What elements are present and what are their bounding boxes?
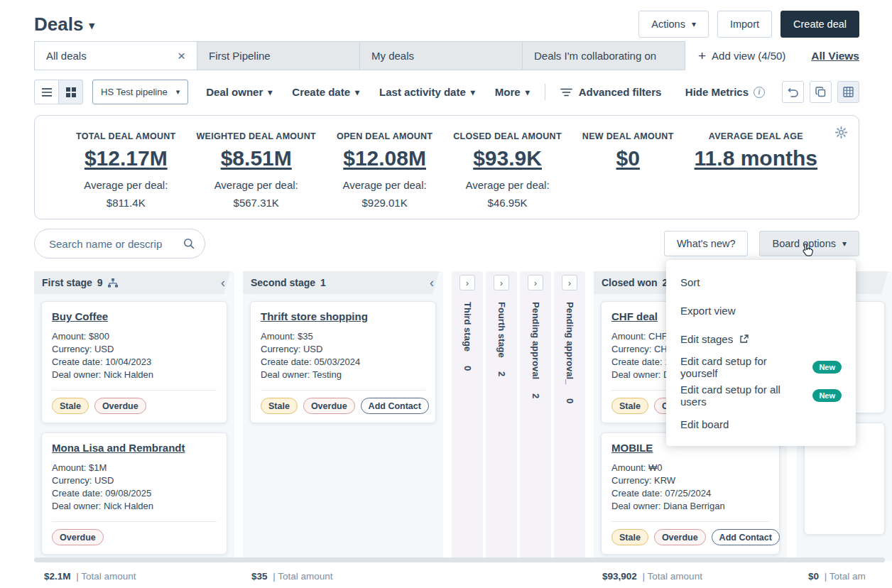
filter-create-date[interactable]: Create date ▾ bbox=[292, 86, 359, 98]
column-total: $2.1M | Total amount bbox=[44, 571, 136, 582]
pipeline-select[interactable]: HS Test pipeline ▾ bbox=[92, 80, 188, 104]
view-toggle bbox=[34, 80, 83, 104]
deal-owner: Deal owner: Testing bbox=[261, 369, 425, 381]
overdue-badge: Overdue bbox=[654, 529, 706, 545]
menu-item-edit-stages[interactable]: Edit stages bbox=[666, 325, 856, 353]
menu-item-edit-board[interactable]: Edit board bbox=[666, 410, 856, 438]
deal-card[interactable]: Buy Coffee Amount: $800 Currency: USD Cr… bbox=[41, 301, 227, 423]
filter-deal-owner[interactable]: Deal owner ▾ bbox=[206, 86, 272, 98]
all-views-link[interactable]: All Views bbox=[811, 50, 859, 62]
close-icon[interactable]: × bbox=[178, 49, 185, 62]
metric-label: WEIGHTED DEAL AMOUNT bbox=[196, 131, 316, 141]
filter-label: More bbox=[495, 86, 521, 98]
search-input[interactable] bbox=[48, 237, 178, 251]
deal-amount: Amount: $800 bbox=[52, 330, 217, 343]
metric-value-link[interactable]: $12.08M bbox=[337, 146, 433, 170]
total-amount: $2.1M bbox=[44, 571, 71, 582]
total-amount: $93,902 bbox=[602, 571, 637, 582]
metric-new-deal-amount: NEW DEAL AMOUNT $0 bbox=[582, 131, 674, 219]
board-view-button[interactable] bbox=[58, 80, 83, 104]
deal-card[interactable]: Mona Lisa and Rembrandt Amount: $1M Curr… bbox=[41, 432, 227, 555]
deal-title-link[interactable]: Thrift store shopping bbox=[261, 310, 425, 322]
page-title: Deals bbox=[34, 13, 83, 36]
filter-last-activity-date[interactable]: Last activity date ▾ bbox=[379, 86, 475, 98]
column-count: 2 bbox=[531, 393, 541, 398]
page-title-dropdown[interactable]: Deals ▾ bbox=[34, 13, 94, 36]
deal-currency: Currency: USD bbox=[52, 474, 217, 487]
collapsed-column-label: Pending approval_ 0 bbox=[565, 302, 575, 403]
actions-button[interactable]: Actions ▾ bbox=[638, 11, 709, 38]
stale-badge: Stale bbox=[611, 529, 648, 545]
expand-column-button[interactable]: › bbox=[494, 275, 509, 290]
collapsed-column-label: Pending approval 2 bbox=[531, 302, 541, 398]
whats-new-button[interactable]: What's new? bbox=[664, 231, 749, 256]
metric-total-deal-amount: TOTAL DEAL AMOUNT $12.17M Average per de… bbox=[76, 131, 176, 219]
filter-more[interactable]: More ▾ bbox=[495, 86, 530, 98]
tab-all-deals[interactable]: All deals × bbox=[34, 41, 197, 70]
column-name: First stage bbox=[42, 277, 92, 288]
expand-column-button[interactable]: › bbox=[562, 275, 577, 290]
add-contact-button[interactable]: Add Contact bbox=[712, 529, 780, 545]
collapse-column-button[interactable]: ‹ bbox=[428, 276, 435, 289]
menu-item-edit-card-setup-all-users[interactable]: Edit card setup for all users New bbox=[666, 381, 856, 410]
menu-item-edit-card-setup-yourself[interactable]: Edit card setup for yourself New bbox=[666, 353, 856, 381]
tab-first-pipeline[interactable]: First Pipeline bbox=[197, 41, 360, 70]
list-view-button[interactable] bbox=[34, 80, 59, 104]
total-label: | Total am bbox=[825, 571, 866, 582]
deal-card[interactable]: Thrift store shopping Amount: $35 Curren… bbox=[250, 301, 436, 423]
column-name: Fourth stage bbox=[496, 302, 507, 358]
metric-value-link[interactable]: $12.17M bbox=[76, 146, 176, 170]
deal-card[interactable]: MOBILE Amount: ₩0 Currency: KRW Create d… bbox=[601, 432, 780, 555]
metric-sub-label: Average per deal: bbox=[337, 179, 433, 191]
badge-row: Stale Overdue Add Contact bbox=[611, 529, 769, 545]
menu-item-label: Export view bbox=[680, 305, 736, 317]
create-deal-button[interactable]: Create deal bbox=[780, 11, 859, 38]
caret-down-icon: ▾ bbox=[692, 19, 696, 29]
card-divider bbox=[611, 521, 769, 522]
undo-button[interactable] bbox=[782, 81, 804, 103]
expand-column-button[interactable]: › bbox=[528, 275, 543, 290]
deal-amount: Amount: $1M bbox=[52, 462, 217, 474]
metric-value-link[interactable]: $93.9K bbox=[453, 146, 562, 170]
metric-value-link[interactable]: 11.8 months bbox=[695, 146, 817, 170]
metric-value-link[interactable]: $8.51M bbox=[196, 146, 316, 170]
horizontal-scrollbar[interactable] bbox=[34, 557, 885, 562]
column-header: Second stage 1 ‹ bbox=[243, 271, 443, 294]
collapse-column-button[interactable]: ‹ bbox=[219, 276, 227, 289]
import-button[interactable]: Import bbox=[717, 11, 772, 38]
column-name: Pending approval_ bbox=[565, 302, 575, 384]
tab-my-deals[interactable]: My deals bbox=[359, 41, 523, 70]
whats-new-label: What's new? bbox=[677, 238, 736, 249]
deal-title-link[interactable]: Buy Coffee bbox=[52, 310, 217, 322]
search-box bbox=[34, 229, 205, 258]
hide-metrics-label: Hide Metrics bbox=[685, 86, 749, 98]
expand-column-button[interactable]: › bbox=[459, 275, 475, 290]
copy-button[interactable] bbox=[810, 81, 832, 103]
metric-sub-value: $567.31K bbox=[196, 197, 316, 209]
menu-item-export-view[interactable]: Export view bbox=[666, 296, 856, 325]
gear-icon bbox=[835, 126, 847, 138]
board-toolbar: HS Test pipeline ▾ Deal owner ▾ Create d… bbox=[34, 79, 859, 105]
metric-label: TOTAL DEAL AMOUNT bbox=[76, 131, 176, 141]
board-footer: $2.1M | Total amount $35 | Total amount … bbox=[0, 565, 892, 588]
metric-sub-value: $929.01K bbox=[337, 197, 433, 209]
board-options-button[interactable]: Board options ▾ bbox=[759, 231, 859, 256]
add-contact-button[interactable]: Add Contact bbox=[361, 398, 429, 414]
column-total: $35 | Total amount bbox=[251, 571, 333, 582]
deals-board-page: Deals ▾ Actions ▾ Import Create deal All… bbox=[0, 0, 892, 588]
menu-item-sort[interactable]: Sort bbox=[666, 268, 856, 296]
deal-title-link[interactable]: Mona Lisa and Rembrandt bbox=[52, 442, 217, 454]
hide-metrics-button[interactable]: Hide Metrics i bbox=[685, 86, 765, 98]
filter-label: Create date bbox=[292, 86, 350, 98]
stale-badge: Stale bbox=[52, 398, 89, 414]
advanced-filters-button[interactable]: Advanced filters bbox=[560, 86, 662, 98]
tab-deals-collaborating[interactable]: Deals I'm collaborating on bbox=[522, 41, 685, 70]
metrics-settings-button[interactable] bbox=[832, 123, 850, 141]
column-count: 1 bbox=[320, 277, 326, 288]
add-view-button[interactable]: + Add view (4/50) bbox=[698, 41, 785, 70]
metric-sub-label: Average per deal: bbox=[76, 179, 176, 191]
table-view-button[interactable] bbox=[837, 81, 859, 103]
search-icon bbox=[183, 238, 195, 249]
metric-value-link[interactable]: $0 bbox=[582, 146, 674, 170]
metric-sub-label: Average per deal: bbox=[196, 179, 316, 191]
